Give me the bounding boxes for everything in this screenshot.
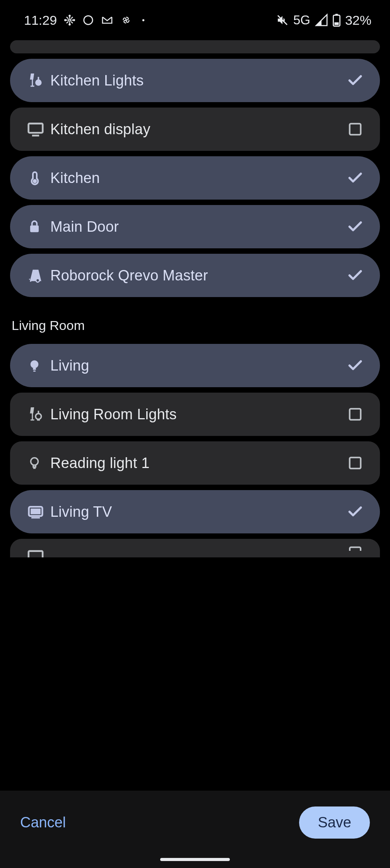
check-icon <box>346 356 364 375</box>
mute-icon <box>276 14 289 26</box>
lights-icon <box>27 72 44 89</box>
checkbox-empty-icon <box>346 405 364 424</box>
lights-icon <box>27 406 44 423</box>
device-row-main-door[interactable]: Main Door <box>10 205 380 248</box>
device-row-living-room-lights[interactable]: Living Room Lights <box>10 393 380 436</box>
svg-rect-24 <box>30 226 39 232</box>
tv-icon <box>27 503 44 520</box>
list-item-partial-bottom[interactable] <box>10 539 380 557</box>
svg-rect-41 <box>29 551 43 557</box>
svg-rect-34 <box>350 409 361 420</box>
checkbox-empty-icon <box>346 539 364 557</box>
status-bar: 11:29 • 5G 32% <box>0 0 390 40</box>
svg-line-5 <box>67 17 68 19</box>
svg-rect-16 <box>335 14 338 15</box>
svg-point-31 <box>36 413 41 419</box>
device-row-kitchen-thermostat[interactable]: Kitchen <box>10 156 380 200</box>
check-icon <box>346 169 364 187</box>
list-item-partial-top[interactable] <box>10 40 380 53</box>
device-row-kitchen-lights[interactable]: Kitchen Lights <box>10 59 380 102</box>
check-icon <box>346 266 364 285</box>
device-label: Living <box>50 357 346 374</box>
vacuum-icon <box>27 267 44 284</box>
check-icon <box>346 502 364 521</box>
dot-icon: • <box>142 16 145 25</box>
svg-rect-22 <box>350 124 361 135</box>
svg-rect-39 <box>31 509 41 514</box>
lock-icon <box>27 219 42 234</box>
svg-rect-19 <box>38 77 39 80</box>
circle-outline-icon <box>82 14 94 26</box>
nav-handle[interactable] <box>160 858 230 861</box>
svg-point-0 <box>68 19 71 21</box>
svg-rect-20 <box>29 123 43 133</box>
svg-point-27 <box>29 279 30 280</box>
status-right: 5G 32% <box>276 13 371 28</box>
svg-point-35 <box>31 458 38 465</box>
svg-rect-32 <box>38 411 39 413</box>
device-label: Reading light 1 <box>50 455 346 472</box>
svg-rect-17 <box>334 22 339 25</box>
device-label: Roborock Qrevo Master <box>50 267 346 284</box>
svg-line-7 <box>71 17 73 19</box>
cancel-button[interactable]: Cancel <box>20 814 66 831</box>
signal-icon <box>315 14 328 27</box>
device-row-living-tv[interactable]: Living TV <box>10 490 380 533</box>
svg-rect-30 <box>33 371 36 372</box>
battery-icon <box>333 14 340 27</box>
svg-point-18 <box>35 79 41 86</box>
pinwheel-icon <box>120 14 132 26</box>
check-icon <box>346 217 364 236</box>
display-icon <box>27 121 44 138</box>
status-network: 5G <box>293 13 310 27</box>
status-battery: 32% <box>345 13 371 28</box>
device-label: Kitchen display <box>50 121 346 138</box>
device-label: Living TV <box>50 504 346 520</box>
svg-point-10 <box>69 24 70 25</box>
device-row-roborock[interactable]: Roborock Qrevo Master <box>10 254 380 297</box>
section-header-living-room: Living Room <box>10 302 380 344</box>
svg-point-26 <box>30 280 31 282</box>
bottom-action-bar: Cancel Save <box>0 791 390 868</box>
svg-point-11 <box>65 20 66 21</box>
status-left: 11:29 • <box>24 13 145 28</box>
device-label: Kitchen <box>50 170 346 186</box>
gmail-icon <box>101 14 113 26</box>
svg-rect-33 <box>37 419 40 421</box>
device-label: Kitchen Lights <box>50 72 346 89</box>
device-label: Living Room Lights <box>50 406 346 423</box>
svg-rect-37 <box>350 458 361 469</box>
device-list: Kitchen Lights Kitchen display Kitchen M… <box>0 40 390 818</box>
check-icon <box>346 71 364 90</box>
checkbox-empty-icon <box>346 120 364 138</box>
svg-rect-29 <box>33 368 36 370</box>
thermostat-icon <box>27 170 43 186</box>
svg-point-13 <box>84 16 93 25</box>
display-icon <box>27 550 44 557</box>
svg-point-12 <box>74 20 75 21</box>
device-row-living[interactable]: Living <box>10 344 380 387</box>
svg-point-9 <box>69 15 70 16</box>
svg-point-25 <box>36 279 39 282</box>
device-label: Main Door <box>50 219 346 235</box>
save-button[interactable]: Save <box>299 806 370 839</box>
svg-point-28 <box>31 361 39 369</box>
status-time: 11:29 <box>24 13 57 28</box>
device-row-kitchen-display[interactable]: Kitchen display <box>10 108 380 151</box>
svg-point-23 <box>34 180 36 183</box>
svg-line-8 <box>67 22 68 23</box>
svg-line-6 <box>71 22 73 23</box>
device-row-reading-light-1[interactable]: Reading light 1 <box>10 441 380 485</box>
bulb-icon <box>27 358 42 373</box>
checkbox-empty-icon <box>346 454 364 472</box>
bulb-outline-icon <box>27 456 42 470</box>
smartthings-icon <box>64 14 75 26</box>
